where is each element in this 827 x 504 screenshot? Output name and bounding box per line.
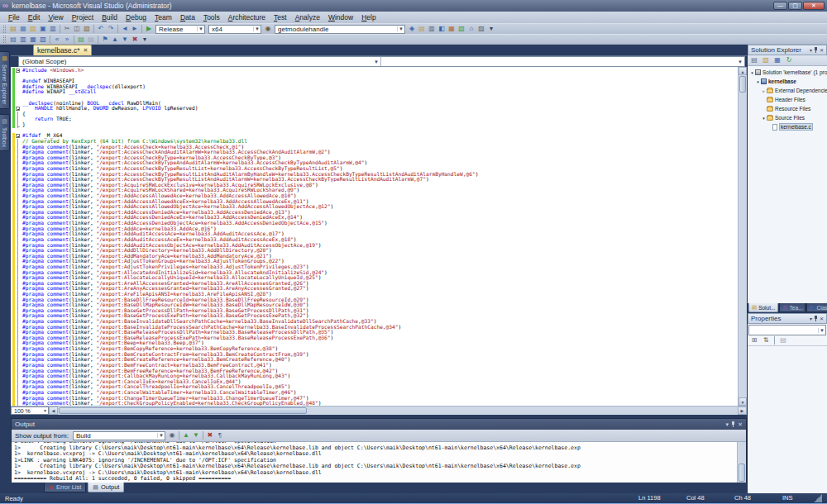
parameter-info-icon[interactable]: ▥ (18, 35, 28, 44)
tree-item-source-files[interactable]: ▾Source Files (748, 113, 827, 122)
auto-hide-pin-icon[interactable] (814, 47, 818, 53)
scroll-left-icon[interactable]: ◀ (49, 407, 58, 415)
save-all-icon[interactable]: ▥ (48, 25, 58, 34)
toolbar-overflow-icon[interactable]: ▾ (486, 25, 496, 34)
tab-kernelbase-c[interactable]: kernelbase.c* ✕ (33, 45, 92, 55)
menu-build[interactable]: Build (98, 12, 122, 22)
start-debugging-icon[interactable]: ▶ (144, 25, 154, 34)
view-class-diagram-icon[interactable]: ▦ (772, 56, 782, 65)
output-vertical-scrollbar[interactable] (737, 442, 746, 483)
solution-explorer-title-bar[interactable]: Solution Explorer ▾ ✕ (748, 45, 827, 55)
cut-icon[interactable]: ✂ (62, 25, 72, 34)
save-icon[interactable]: ▣ (38, 25, 48, 34)
collapse-box-icon[interactable] (16, 69, 20, 73)
menu-architecture[interactable]: Architecture (224, 12, 270, 22)
code-editor[interactable]: #include <Windows.h>#undef WINBASEAPI#de… (11, 67, 747, 406)
horizontal-scroll-thumb[interactable] (59, 407, 307, 414)
toolbar-overflow-icon[interactable]: ▾ (140, 35, 150, 44)
redo-icon[interactable]: ↷ (106, 25, 116, 34)
sidetab-toolbox[interactable]: ▨Toolbox (0, 114, 10, 151)
toolbar-grip[interactable] (3, 36, 6, 43)
toolbox-icon[interactable]: ▦ (447, 25, 457, 34)
complete-word-icon[interactable]: ▧ (38, 35, 48, 44)
uncomment-selection-icon[interactable]: ▤ (86, 35, 96, 44)
properties-window-icon[interactable]: ▥ (427, 25, 437, 34)
word-wrap-icon[interactable]: ¶ (215, 431, 225, 440)
add-new-item-icon[interactable]: ▦ (18, 25, 28, 34)
goto-prev-message-icon[interactable]: ▲ (181, 431, 191, 440)
menu-help[interactable]: Help (357, 12, 380, 22)
member-list-icon[interactable]: ▤ (8, 35, 18, 44)
tab-output[interactable]: ▤Output (88, 483, 124, 492)
collapse-box-icon[interactable] (16, 134, 20, 138)
solution-configurations-dropdown[interactable]: Release▼ (155, 25, 205, 34)
menu-tools[interactable]: Tools (199, 12, 224, 22)
close-tab-icon[interactable]: ✕ (84, 47, 88, 54)
scope-dropdown[interactable]: (Global Scope) ▼ (19, 57, 381, 66)
close-icon[interactable]: ✕ (738, 421, 743, 428)
new-project-icon[interactable]: ▤ (8, 25, 18, 34)
tree-item-solution-kernelbase-1-project-[interactable]: ▾Solution 'kernelbase' (1 project) (748, 68, 827, 77)
collapse-icon[interactable]: ▾ (761, 116, 767, 121)
window-position-icon[interactable]: ▾ (726, 421, 729, 428)
outlining-margin[interactable] (15, 133, 22, 139)
editor-vertical-scrollbar[interactable]: ▲ ▼ (738, 67, 747, 406)
scroll-right-icon[interactable]: ▶ (738, 407, 747, 415)
close-icon[interactable]: ✕ (820, 316, 824, 321)
close-button[interactable]: ✕ (803, 2, 825, 10)
expand-icon[interactable]: ▹ (761, 88, 767, 93)
clear-bookmarks-icon[interactable]: ✖ (130, 35, 140, 44)
panel-tab-solut[interactable]: ▤Solut... (748, 303, 778, 312)
show-all-files-icon[interactable]: ▧ (761, 56, 771, 65)
toolbar-grip[interactable] (3, 26, 6, 33)
solution-platforms-dropdown[interactable]: x64▼ (208, 25, 261, 34)
paste-icon[interactable]: ▧ (82, 25, 92, 34)
find-message-icon[interactable]: ◉ (167, 431, 177, 440)
navigate-forward-icon[interactable]: ► (130, 25, 140, 34)
output-log[interactable]: 1>LINK : warning LNK4075: ignoring '/INC… (12, 442, 737, 483)
collapse-icon[interactable]: ▾ (755, 79, 761, 84)
scroll-down-icon[interactable]: ▼ (739, 397, 747, 406)
find-search-box[interactable]: getmodulehandle▼ (275, 25, 405, 34)
scroll-track[interactable] (739, 75, 747, 397)
minimize-button[interactable]: — (773, 2, 787, 10)
menu-edit[interactable]: Edit (24, 12, 45, 22)
panel-tab-tea[interactable]: ▥Tea... (779, 303, 805, 312)
property-pages-icon[interactable]: ▤ (778, 336, 788, 345)
menu-analyze[interactable]: Analyze (291, 12, 324, 22)
scroll-up-icon[interactable]: ▲ (739, 67, 747, 75)
panel-tab-class[interactable]: ◧Class... (806, 303, 827, 312)
decrease-indent-icon[interactable]: « (52, 35, 62, 44)
window-position-icon[interactable]: ▾ (810, 47, 812, 53)
sidetab-server-explorer[interactable]: ▤Server Explorer (0, 51, 10, 109)
auto-hide-pin-icon[interactable] (814, 316, 818, 321)
output-title-bar[interactable]: Output ▾ ✕ (12, 419, 746, 430)
navigate-backward-icon[interactable]: ◄ (120, 25, 130, 34)
tree-item-header-files[interactable]: Header Files (748, 95, 827, 104)
outlining-margin[interactable] (15, 68, 22, 74)
collapse-box-icon[interactable] (16, 107, 20, 111)
tree-item-resource-files[interactable]: Resource Files (748, 104, 827, 113)
solution-explorer-icon[interactable]: ▤ (417, 25, 427, 34)
output-source-dropdown[interactable]: Build ▼ (73, 431, 165, 440)
code-text-area[interactable]: #include <Windows.h>#undef WINBASEAPI#de… (11, 67, 738, 406)
object-browser-icon[interactable]: ◧ (437, 25, 447, 34)
tree-item-kernelbase[interactable]: ▾kernelbase (748, 77, 827, 86)
auto-hide-pin-icon[interactable] (731, 421, 735, 427)
find-symbol-icon[interactable]: ◈ (407, 25, 417, 34)
window-position-icon[interactable]: ▾ (810, 316, 812, 321)
maximize-button[interactable]: ▢ (788, 2, 802, 10)
goto-next-message-icon[interactable]: ▼ (191, 431, 201, 440)
properties-object-dropdown[interactable]: ▼ (748, 325, 826, 335)
members-dropdown[interactable]: ▼ (381, 57, 744, 66)
menu-debug[interactable]: Debug (122, 12, 151, 22)
copy-icon[interactable]: ◫ (72, 25, 82, 34)
find-in-files-icon[interactable]: ◉ (263, 25, 273, 34)
clear-all-icon[interactable]: ✖ (205, 431, 215, 440)
undo-icon[interactable]: ↶ (96, 25, 106, 34)
categorized-icon[interactable]: ⊞ (749, 336, 759, 345)
quick-info-icon[interactable]: ▦ (28, 35, 38, 44)
menu-team[interactable]: Team (151, 12, 176, 22)
alphabetical-icon[interactable]: ⇅ (761, 336, 771, 345)
menu-project[interactable]: Project (68, 12, 98, 22)
